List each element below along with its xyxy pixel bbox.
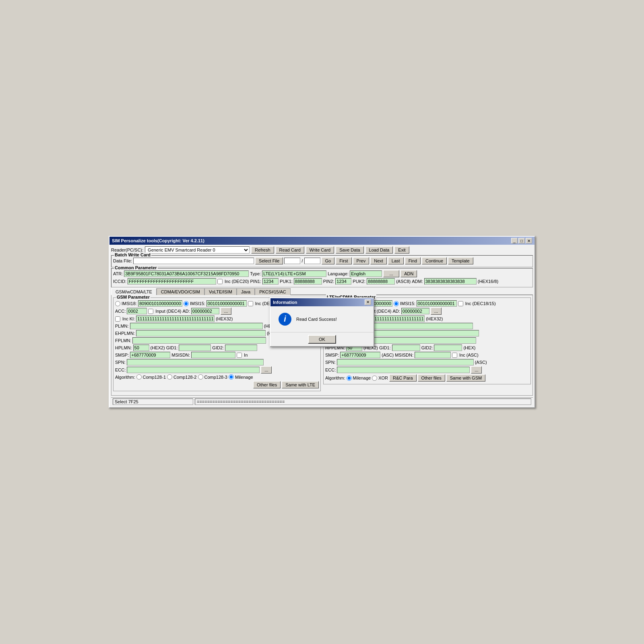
modal-ok-button[interactable]: OK — [308, 335, 336, 344]
modal-title-bar: Information ✕ — [270, 298, 374, 306]
modal-message: Read Card Success! — [296, 317, 337, 322]
modal-body: i Read Card Success! — [270, 306, 374, 332]
modal-footer: OK — [270, 332, 374, 346]
modal-close-button[interactable]: ✕ — [365, 299, 371, 305]
info-icon: i — [279, 313, 291, 326]
modal-overlay: Information ✕ i Read Card Success! OK — [0, 0, 644, 644]
modal-title-text: Information — [273, 300, 297, 305]
info-modal: Information ✕ i Read Card Success! OK — [270, 297, 374, 347]
